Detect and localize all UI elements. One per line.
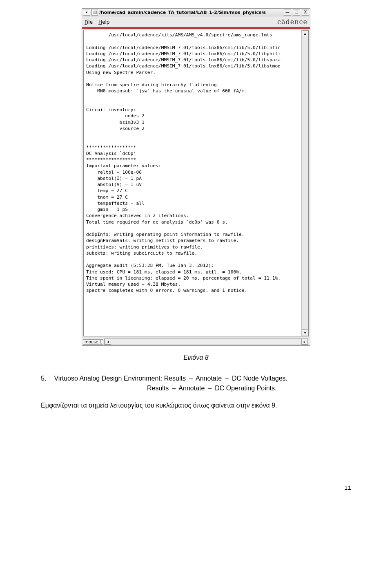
instruction-step-5: 5. Virtuoso Analog Design Environment: R… [41,374,351,393]
scroll-right-arrow[interactable]: ▸ [301,339,308,345]
maximize-button[interactable]: □ [293,9,300,16]
page: ▾ /home/cad_admin/cadence_TA_tutorial/LA… [0,0,392,507]
instruction-line-1: Virtuoso Analog Design Environment: Resu… [54,375,287,382]
menu-help[interactable]: Help [98,19,109,25]
menubar: File Help cādence [82,16,310,29]
page-number: 11 [41,484,351,491]
statusbar: mouse L ◂ ▸ [82,338,310,345]
minimize-button[interactable]: — [284,9,291,16]
scroll-down-arrow[interactable]: ▾ [302,329,308,336]
note-text: Εμφανίζονται τα σημεία λειτουργίας του κ… [41,401,351,410]
scroll-track[interactable] [302,36,308,330]
figure-caption: Εικόνα 8 [41,354,351,361]
brand-logo: cādence [277,18,307,26]
close-button[interactable]: X [302,9,309,16]
console-frame: /usr/local/cadence/kits/AMS/AMS_v4.0/spe… [82,29,310,338]
application-window: ▾ /home/cad_admin/cadence_TA_tutorial/LA… [82,8,310,346]
console-text: /usr/local/cadence/kits/AMS/AMS_v4.0/spe… [86,32,306,294]
horizontal-scrollbar[interactable]: ◂ ▸ [104,338,308,345]
instruction-line-2: Results → Annotate → DC Operating Points… [147,385,276,392]
scroll-left-arrow[interactable]: ◂ [105,339,111,345]
vertical-scrollbar[interactable]: ▴ ▾ [301,30,308,336]
app-icon [91,9,98,16]
console-output: /usr/local/cadence/kits/AMS/AMS_v4.0/spe… [83,30,309,336]
scroll-up-arrow[interactable]: ▴ [302,30,308,37]
window-menu-dropdown[interactable]: ▾ [83,9,90,16]
titlebar: ▾ /home/cad_admin/cadence_TA_tutorial/LA… [82,9,310,16]
screenshot-figure: ▾ /home/cad_admin/cadence_TA_tutorial/LA… [82,8,310,346]
menu-file[interactable]: File [85,19,93,25]
status-mouse-label: mouse L [83,339,103,345]
step-number: 5. [41,374,52,383]
window-title: /home/cad_admin/cadence_TA_tutorial/LAB_… [99,10,282,15]
